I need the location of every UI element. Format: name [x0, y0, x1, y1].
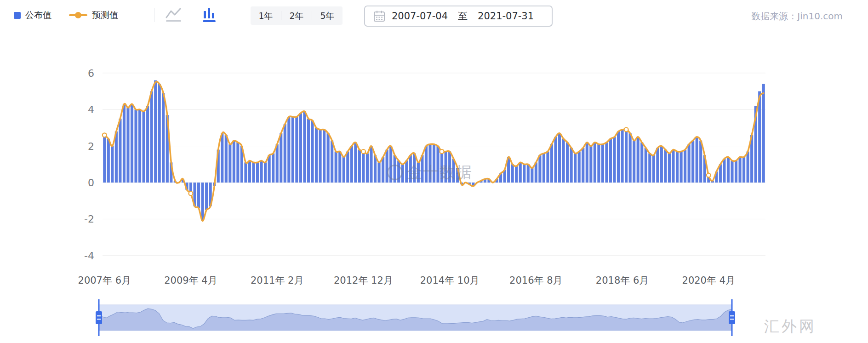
bar[interactable] — [566, 143, 569, 183]
bar[interactable] — [633, 141, 635, 183]
bar[interactable] — [405, 160, 408, 183]
bar[interactable] — [680, 152, 682, 183]
bar[interactable] — [311, 120, 314, 183]
bar[interactable] — [389, 146, 392, 183]
bar[interactable] — [350, 146, 353, 183]
bar[interactable] — [197, 183, 200, 208]
bar[interactable] — [613, 137, 616, 183]
bar[interactable] — [601, 144, 604, 183]
bar[interactable] — [366, 153, 369, 183]
bar[interactable] — [201, 183, 204, 221]
bar[interactable] — [668, 153, 671, 183]
bar[interactable] — [146, 106, 149, 183]
bar[interactable] — [735, 160, 737, 183]
bar[interactable] — [546, 152, 549, 183]
bar[interactable] — [143, 111, 145, 183]
bar[interactable] — [295, 117, 298, 183]
bar[interactable] — [425, 146, 428, 183]
bar[interactable] — [433, 144, 435, 183]
bar[interactable] — [688, 144, 691, 183]
bar[interactable] — [664, 150, 667, 183]
bar[interactable] — [323, 130, 326, 183]
bar[interactable] — [236, 143, 239, 183]
bar[interactable] — [126, 108, 129, 183]
bar[interactable] — [225, 135, 228, 183]
bar[interactable] — [640, 143, 643, 183]
bar[interactable] — [660, 146, 663, 183]
bar[interactable] — [527, 164, 530, 183]
bar[interactable] — [248, 160, 251, 183]
bar[interactable] — [354, 143, 357, 183]
bar[interactable] — [386, 150, 388, 183]
bar[interactable] — [358, 150, 361, 183]
bar[interactable] — [621, 130, 623, 183]
bar[interactable] — [550, 144, 553, 183]
bar[interactable] — [205, 183, 208, 210]
bar[interactable] — [625, 130, 628, 183]
bar[interactable] — [276, 144, 279, 183]
bar[interactable] — [327, 133, 330, 183]
bar[interactable] — [637, 137, 640, 183]
bar[interactable] — [605, 143, 608, 183]
bar[interactable] — [134, 109, 137, 183]
bar[interactable] — [382, 157, 384, 183]
bar[interactable] — [417, 162, 420, 183]
bar[interactable] — [723, 159, 725, 183]
bar[interactable] — [280, 133, 282, 183]
bar[interactable] — [645, 148, 647, 183]
bar[interactable] — [303, 111, 306, 183]
bar[interactable] — [394, 155, 396, 183]
bar[interactable] — [727, 157, 730, 183]
bar[interactable] — [138, 109, 141, 183]
bar[interactable] — [131, 104, 133, 183]
bar[interactable] — [515, 166, 518, 183]
bar[interactable] — [319, 130, 321, 183]
bar[interactable] — [228, 144, 231, 183]
bar[interactable] — [252, 162, 255, 183]
bar[interactable] — [531, 168, 533, 183]
bar[interactable] — [762, 84, 765, 183]
bar[interactable] — [268, 155, 271, 183]
bar[interactable] — [436, 146, 439, 183]
bar[interactable] — [331, 141, 333, 183]
bar[interactable] — [676, 152, 679, 183]
bar[interactable] — [103, 133, 106, 183]
bar[interactable] — [562, 139, 565, 183]
bar[interactable] — [558, 133, 561, 183]
bar[interactable] — [582, 148, 584, 183]
bar[interactable] — [542, 153, 545, 183]
bar[interactable] — [440, 152, 443, 183]
bar[interactable] — [672, 150, 674, 183]
bar[interactable] — [428, 144, 431, 183]
bar[interactable] — [123, 104, 126, 183]
bar[interactable] — [362, 152, 365, 183]
bar[interactable] — [256, 162, 259, 183]
bar[interactable] — [747, 152, 749, 183]
bar[interactable] — [397, 160, 400, 183]
bar[interactable] — [609, 139, 612, 183]
bar[interactable] — [554, 137, 557, 183]
bar[interactable] — [731, 160, 733, 183]
bar[interactable] — [648, 153, 651, 183]
bar[interactable] — [162, 93, 165, 183]
bar[interactable] — [335, 152, 337, 183]
bar[interactable] — [578, 152, 581, 183]
bar[interactable] — [594, 143, 596, 183]
bar[interactable] — [511, 164, 514, 183]
bar[interactable] — [519, 162, 522, 183]
bar[interactable] — [107, 139, 110, 183]
bar[interactable] — [119, 119, 121, 183]
bar[interactable] — [221, 133, 223, 183]
bar[interactable] — [260, 160, 263, 183]
bar[interactable] — [307, 119, 310, 183]
bar[interactable] — [691, 141, 694, 183]
bar[interactable] — [111, 146, 114, 183]
bar[interactable] — [287, 117, 290, 183]
bar[interactable] — [738, 157, 741, 183]
bar[interactable] — [629, 133, 632, 183]
bar[interactable] — [597, 144, 600, 183]
bar[interactable] — [377, 162, 380, 183]
bar[interactable] — [150, 91, 153, 183]
bar[interactable] — [589, 146, 592, 183]
bar[interactable] — [233, 141, 235, 183]
